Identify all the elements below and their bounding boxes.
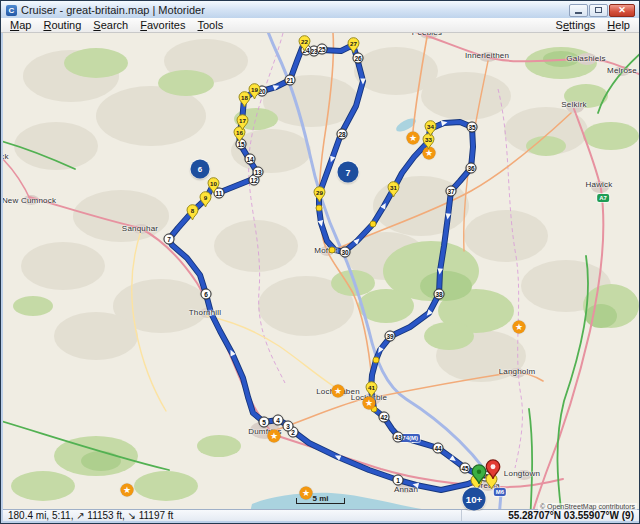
scale-label: 5 mi [312,494,328,503]
via-point-6[interactable]: 6 [201,289,212,300]
poi-star-icon[interactable]: ★ [268,430,281,443]
menu-right: SettingsHelp [550,19,636,31]
route-end-pin[interactable] [485,459,501,480]
via-point-39[interactable]: 39 [385,331,396,342]
poi-star-icon[interactable]: ★ [407,132,420,145]
title-bar[interactable]: C Cruiser - great-britain.map | Motoride… [1,1,639,18]
waypoint-pin-8[interactable]: 8 [186,204,199,221]
svg-text:41: 41 [368,384,375,391]
svg-text:17: 17 [239,117,246,124]
via-point-7[interactable]: 7 [164,234,175,245]
maximize-icon [595,7,602,13]
via-point-21[interactable]: 21 [285,75,296,86]
via-point-3[interactable]: 3 [283,421,294,432]
waypoint-pin-10[interactable]: 10 [207,177,220,194]
close-button[interactable]: ✕ [609,4,635,17]
close-icon: ✕ [618,6,626,15]
waypoint-pin-29[interactable]: 29 [313,186,326,203]
waypoint-pin-27[interactable]: 27 [347,37,360,54]
window-title: Cruiser - great-britain.map | Motorider [21,4,205,16]
town-label-hawick: Hawick [586,180,613,189]
road-shield-a7: A7 [597,194,609,202]
via-point-25[interactable]: 25 [317,44,328,55]
via-point-36[interactable]: 36 [466,163,477,174]
svg-text:31: 31 [390,184,397,191]
status-coordinates: 55.28707°N 03.55907°W (9) [461,510,639,521]
menu-bar: MapRoutingSearchFavoritesTools SettingsH… [1,18,639,33]
via-point-1[interactable]: 1 [393,475,404,486]
minimize-button[interactable] [569,4,588,17]
menu-search[interactable]: Search [87,19,134,31]
town-label-peebles: Peebles [412,33,442,37]
map-canvas[interactable]: CumnockNew CumnockSanquharThornhillDumfr… [3,33,639,511]
map-attribution: © OpenStreetMap contributors [538,503,637,510]
cluster-marker-6[interactable]: 6 [191,160,210,179]
poi-star-icon[interactable]: ★ [121,484,134,497]
marker-layer: CumnockNew CumnockSanquharThornhillDumfr… [3,33,639,511]
town-label-selkirk: Selkirk [561,100,586,109]
waypoint-pin-17[interactable]: 17 [236,114,249,131]
poi-star-icon[interactable]: ★ [513,321,526,334]
minimize-icon [575,12,582,14]
via-point-30[interactable]: 30 [340,247,351,258]
via-point-37[interactable]: 37 [446,186,457,197]
route-dot[interactable] [316,205,323,212]
menu-routing[interactable]: Routing [37,19,87,31]
svg-text:22: 22 [301,38,308,45]
menu-tools[interactable]: Tools [192,19,230,31]
waypoint-pin-31[interactable]: 31 [387,181,400,198]
via-point-45[interactable]: 45 [460,463,471,474]
town-label-innerleithen: Innerleithen [465,51,509,60]
via-point-28[interactable]: 28 [337,129,348,140]
svg-text:34: 34 [427,123,434,130]
route-dot[interactable] [329,247,336,254]
svg-text:27: 27 [350,40,357,47]
town-label-cumnock: Cumnock [3,152,9,161]
svg-text:9: 9 [203,194,207,201]
town-label-thornhill: Thornhill [189,308,221,317]
town-label-galashiels: Galashiels [566,54,605,63]
route-dot[interactable] [370,221,377,228]
town-label-new-cumnock: New Cumnock [3,196,56,205]
cluster-marker-10plus[interactable]: 10+ [463,488,486,511]
app-window: C Cruiser - great-britain.map | Motoride… [0,0,640,524]
town-label-annan: Annan [394,485,418,494]
menu-map[interactable]: Map [4,19,37,31]
waypoint-pin-41[interactable]: 41 [365,381,378,398]
svg-text:10: 10 [210,180,217,187]
waypoint-pin-22[interactable]: 22 [298,35,311,52]
via-point-5[interactable]: 5 [259,417,270,428]
menu-favorites[interactable]: Favorites [134,19,191,31]
town-label-longtown: Longtown [504,469,540,478]
app-icon: C [6,5,17,16]
menu-help[interactable]: Help [601,19,636,31]
town-label-sanquhar: Sanquhar [122,224,158,233]
status-route-summary: 180.4 mi, 5:11, ↗ 11153 ft, ↘ 11197 ft [3,510,461,521]
via-point-4[interactable]: 4 [273,415,284,426]
via-point-44[interactable]: 44 [433,443,444,454]
via-point-35[interactable]: 35 [467,122,478,133]
via-point-26[interactable]: 26 [353,53,364,64]
menu-settings[interactable]: Settings [550,19,602,31]
via-point-13[interactable]: 13 [253,167,264,178]
status-bar: 180.4 mi, 5:11, ↗ 11153 ft, ↘ 11197 ft 5… [3,509,639,521]
cluster-marker-7[interactable]: 7 [338,162,359,183]
via-point-14[interactable]: 14 [245,154,256,165]
menu-left: MapRoutingSearchFavoritesTools [4,19,229,31]
via-point-42[interactable]: 42 [379,412,390,423]
poi-star-icon[interactable]: ★ [363,397,376,410]
svg-text:29: 29 [316,189,323,196]
svg-text:19: 19 [251,86,258,93]
poi-star-icon[interactable]: ★ [332,385,345,398]
town-label-langholm: Langholm [499,367,536,376]
route-dot[interactable] [373,357,380,364]
via-point-38[interactable]: 38 [434,289,445,300]
maximize-button[interactable] [589,4,608,17]
waypoint-pin-19[interactable]: 19 [248,83,261,100]
via-point-43[interactable]: 43 [393,432,404,443]
town-label-melrose: Melrose [607,66,637,75]
waypoint-pin-34[interactable]: 34 [424,120,437,137]
svg-text:8: 8 [190,207,194,214]
window-controls: ✕ [569,4,635,17]
